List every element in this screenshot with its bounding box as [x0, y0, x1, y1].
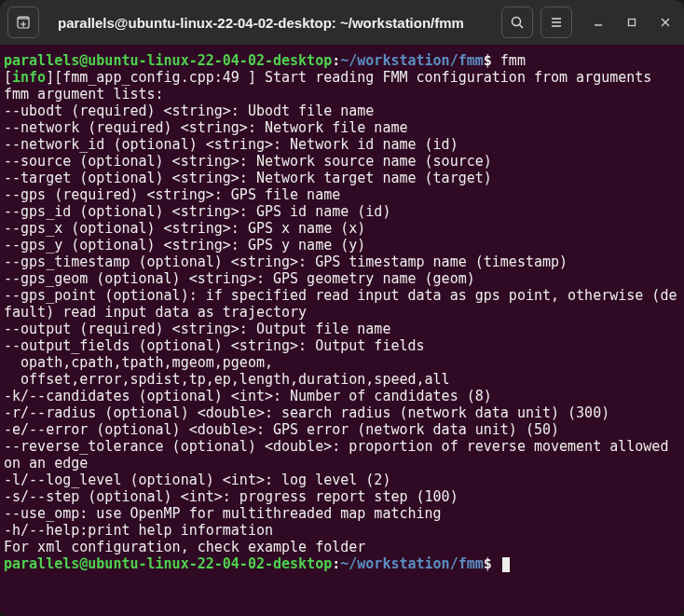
- prompt-colon: :: [332, 52, 340, 69]
- menu-button[interactable]: [540, 7, 572, 38]
- output-info-line: ][fmm_app_config.cpp:49 ] Start reading …: [46, 69, 651, 86]
- info-tag: info: [12, 69, 46, 86]
- output-bracket: [: [4, 69, 12, 86]
- maximize-button[interactable]: [621, 11, 643, 34]
- command-text: fmm: [500, 52, 526, 69]
- search-button[interactable]: [501, 7, 533, 38]
- new-tab-button[interactable]: [7, 7, 39, 38]
- close-button[interactable]: [654, 11, 677, 34]
- minimize-button[interactable]: [587, 11, 609, 34]
- prompt-path: ~/workstation/fmm: [340, 52, 484, 69]
- prompt-dollar: $: [484, 52, 500, 69]
- svg-point-4: [513, 18, 521, 26]
- svg-line-5: [520, 25, 524, 29]
- prompt-user-host: parallels@ubuntu-linux-22-04-02-desktop: [4, 52, 332, 69]
- cursor: [502, 557, 510, 572]
- svg-rect-1: [18, 17, 29, 20]
- prompt-path: ~/workstation/fmm: [340, 555, 484, 572]
- prompt-user-host: parallels@ubuntu-linux-22-04-02-desktop: [4, 555, 332, 572]
- window-title: parallels@ubuntu-linux-22-04-02-desktop:…: [47, 15, 494, 31]
- prompt-colon: :: [332, 555, 340, 572]
- prompt-dollar: $: [484, 555, 500, 572]
- terminal-window: parallels@ubuntu-linux-22-04-02-desktop:…: [0, 0, 684, 616]
- output-body: fmm argument lists: --ubodt (required) <…: [4, 86, 680, 555]
- terminal-content[interactable]: parallels@ubuntu-linux-22-04-02-desktop:…: [0, 45, 684, 616]
- window-controls: [587, 11, 677, 34]
- titlebar: parallels@ubuntu-linux-22-04-02-desktop:…: [0, 0, 684, 45]
- svg-rect-10: [629, 20, 636, 26]
